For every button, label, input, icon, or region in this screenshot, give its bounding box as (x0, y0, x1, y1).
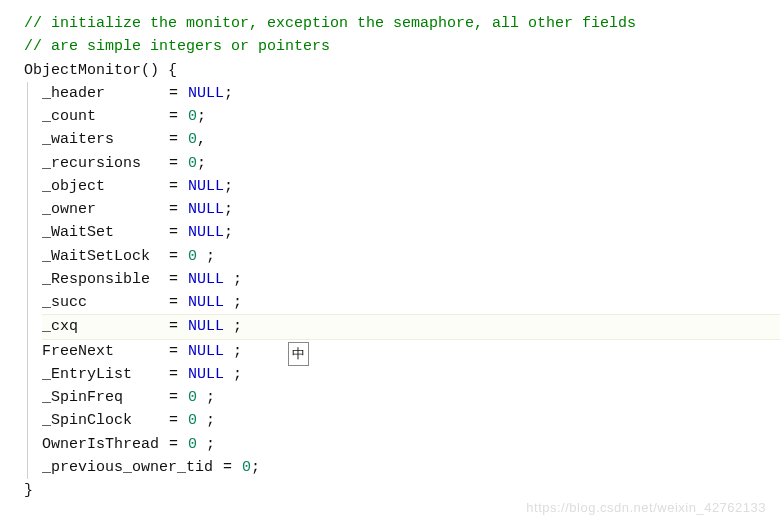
assign-value: NULL (188, 224, 224, 241)
assign-line: FreeNext = NULL ;中 (42, 340, 780, 363)
assign-value: NULL (188, 85, 224, 102)
func-decl-line: ObjectMonitor() { (24, 59, 780, 82)
assign-value: NULL (188, 366, 224, 383)
assign-value: 0 (188, 436, 197, 453)
assign-value: NULL (188, 343, 224, 360)
comment-line-1: // initialize the monitor, exception the… (24, 12, 780, 35)
assign-value: 0 (188, 131, 197, 148)
assign-line: OwnerIsThread = 0 ; (42, 433, 780, 456)
assign-line: _count = 0; (42, 105, 780, 128)
assign-value: 0 (188, 248, 197, 265)
assign-line: _cxq = NULL ; (42, 314, 780, 339)
assign-line: _SpinClock = 0 ; (42, 409, 780, 432)
assign-line: _recursions = 0; (42, 152, 780, 175)
assign-value: 0 (188, 155, 197, 172)
assign-value: 0 (242, 459, 251, 476)
assign-line: _object = NULL; (42, 175, 780, 198)
assign-line: _succ = NULL ; (42, 291, 780, 314)
assign-line: _WaitSetLock = 0 ; (42, 245, 780, 268)
assign-value: 0 (188, 412, 197, 429)
assign-line: _WaitSet = NULL; (42, 221, 780, 244)
function-body: _header = NULL;_count = 0;_waiters = 0,_… (27, 82, 780, 479)
assign-value: NULL (188, 178, 224, 195)
assign-value: 0 (188, 108, 197, 125)
comment-line-2: // are simple integers or pointers (24, 35, 780, 58)
assign-line: _previous_owner_tid = 0; (42, 456, 780, 479)
func-name: ObjectMonitor (24, 62, 141, 79)
assign-value: NULL (188, 294, 224, 311)
assign-line: _SpinFreq = 0 ; (42, 386, 780, 409)
watermark-text: https://blog.csdn.net/weixin_42762133 (526, 498, 766, 502)
assign-line: _header = NULL; (42, 82, 780, 105)
assign-line: _waiters = 0, (42, 128, 780, 151)
assign-line: _EntryList = NULL ; (42, 363, 780, 386)
assign-line: _owner = NULL; (42, 198, 780, 221)
assign-value: NULL (188, 318, 224, 335)
assign-value: NULL (188, 271, 224, 288)
assign-value: 0 (188, 389, 197, 406)
assign-line: _Responsible = NULL ; (42, 268, 780, 291)
assign-value: NULL (188, 201, 224, 218)
